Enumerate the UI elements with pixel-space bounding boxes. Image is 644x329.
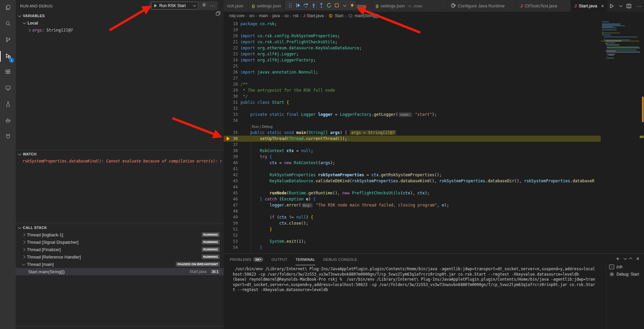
panel-tab-problems[interactable]: PROBLEMS1K+ <box>230 254 263 265</box>
line-number[interactable]: 23 <box>224 51 240 57</box>
tab-clitoolstest-java[interactable]: JCliToolsTest.java <box>517 0 571 12</box>
breadcrumb-item[interactable]: Start <box>335 13 343 18</box>
continue-icon[interactable] <box>294 1 302 9</box>
line-number[interactable]: 44 <box>224 184 240 190</box>
close-icon[interactable]: × <box>601 4 604 8</box>
close-panel-icon[interactable]: × <box>636 256 639 262</box>
code-lens[interactable]: Run | Debug <box>224 124 601 130</box>
overview-ruler[interactable] <box>639 19 644 253</box>
line-number[interactable]: 31 <box>224 99 240 105</box>
breadcrumb-item[interactable]: main <box>259 13 268 18</box>
minimap[interactable] <box>601 19 639 253</box>
more-actions-icon[interactable]: ··· <box>636 3 642 9</box>
line-number[interactable]: 27 <box>224 75 240 81</box>
line-number[interactable]: 52 <box>224 232 240 238</box>
step-into-icon[interactable] <box>310 1 317 9</box>
activity-bar-item[interactable] <box>0 64 16 81</box>
line-number[interactable]: 42 <box>224 172 240 178</box>
restart-icon[interactable] <box>325 1 333 9</box>
line-number[interactable]: 26 <box>224 69 240 75</box>
activity-bar-item[interactable] <box>0 81 16 97</box>
line-number[interactable]: 29 <box>224 87 240 93</box>
line-number[interactable]: 20 <box>224 33 240 39</box>
line-number[interactable]: 53 <box>224 238 240 244</box>
terminal-list-item[interactable]: >zsh <box>606 263 644 271</box>
line-number[interactable]: 24 <box>224 57 240 63</box>
line-number[interactable]: 34 <box>224 117 240 124</box>
breadcrumb-item[interactable]: rskj-core <box>229 13 245 18</box>
line-number[interactable]: 33 <box>224 111 240 117</box>
call-stack-section-header[interactable]: CALL STACK <box>16 224 224 231</box>
line-number[interactable]: 48 <box>224 208 240 214</box>
step-out-icon[interactable] <box>317 1 325 9</box>
panel-tab-debug-console[interactable]: DEBUG CONSOLE <box>323 254 357 265</box>
variables-section-header[interactable]: VARIABLES <box>16 12 224 19</box>
line-number[interactable]: 18 <box>224 21 240 27</box>
line-number[interactable]: 41 <box>224 166 240 172</box>
line-number[interactable]: 35 <box>224 130 240 136</box>
launch-config-dropdown[interactable]: Run RSK Start <box>151 2 198 9</box>
breadcrumb-item[interactable]: main(String[]) <box>355 13 379 18</box>
new-terminal-icon[interactable]: + <box>616 256 620 262</box>
line-number[interactable]: 38 <box>224 148 240 154</box>
tab-configure-java-runtime[interactable]: Configure Java Runtime <box>447 0 517 12</box>
step-over-icon[interactable] <box>302 1 310 9</box>
call-stack-thread[interactable]: Thread [Reference Handler]RUNNING <box>16 253 224 261</box>
chevron-down-icon[interactable] <box>340 1 348 9</box>
activity-bar-item[interactable]: 1 <box>0 48 16 64</box>
line-number[interactable]: 49 <box>224 214 240 220</box>
call-stack-frame[interactable]: Start.main(String[])Start.java36:1 <box>16 268 224 275</box>
line-number[interactable]: 45 <box>224 190 240 196</box>
run-icon[interactable] <box>609 3 614 9</box>
breakpoints-section-header[interactable]: BREAKPOINTS <box>16 326 224 329</box>
breadcrumb-item[interactable]: rsk <box>293 13 299 18</box>
call-stack-thread[interactable]: Thread [Finalizer]RUNNING <box>16 246 224 253</box>
activity-bar-item[interactable] <box>0 16 16 32</box>
activity-bar-item[interactable] <box>0 97 16 113</box>
breadcrumb-item[interactable]: java <box>272 13 280 18</box>
tab-start-java[interactable]: JStart.java× <box>571 0 607 12</box>
maximize-panel-icon[interactable] <box>630 257 632 260</box>
code-editor[interactable]: 18package co.rsk;1920import co.rsk.confi… <box>224 19 644 253</box>
line-number[interactable]: 32 <box>224 105 240 111</box>
chevron-down-icon[interactable] <box>619 5 622 7</box>
terminal-output[interactable]: /usr/bin/env /Library/Internet\ Plug-Ins… <box>233 267 602 293</box>
panel-tab-output[interactable]: OUTPUT <box>271 254 287 265</box>
activity-bar-item[interactable] <box>0 0 16 16</box>
stop-icon[interactable] <box>333 1 340 9</box>
tab-settings-json[interactable]: {}settings.json~/.../User <box>372 0 447 12</box>
line-number[interactable]: 46 <box>224 196 240 202</box>
activity-bar-item[interactable] <box>0 129 16 145</box>
hot-code-replace-icon[interactable] <box>348 1 356 9</box>
call-stack-thread[interactable]: Thread [logback-1]RUNNING <box>16 231 224 238</box>
line-number[interactable]: 19 <box>224 27 240 33</box>
line-number[interactable]: 50 <box>224 220 240 226</box>
variables-scope-local[interactable]: Local <box>16 19 38 27</box>
more-actions-icon[interactable]: ··· <box>210 3 216 8</box>
call-stack-thread[interactable]: Thread [Signal Dispatcher]RUNNING <box>16 238 224 246</box>
line-number[interactable]: 36 <box>224 136 240 142</box>
line-number[interactable]: 47 <box>224 202 240 208</box>
line-number[interactable]: 37 <box>224 142 240 148</box>
line-number[interactable]: 25 <box>224 63 240 69</box>
line-number[interactable]: 51 <box>224 226 240 232</box>
line-number[interactable]: 39 <box>224 154 240 160</box>
line-number[interactable]: 22 <box>224 45 240 51</box>
tab-nch-json[interactable]: nch.json <box>224 0 249 12</box>
line-number[interactable]: 28 <box>224 81 240 87</box>
watch-section-header[interactable]: WATCH <box>16 151 224 157</box>
line-number[interactable]: 21 <box>224 39 240 45</box>
chevron-down-icon[interactable] <box>624 257 626 260</box>
breadcrumb-item[interactable]: src <box>249 13 255 18</box>
call-stack-thread[interactable]: Thread [main]PAUSED ON BREAKPOINT <box>16 261 224 268</box>
line-number[interactable]: 30 <box>224 93 240 99</box>
variable-args[interactable]: args: String[2]@7 <box>16 27 73 34</box>
panel-tab-terminal[interactable]: TERMINAL <box>296 254 315 265</box>
breadcrumb-item[interactable]: Start.java <box>307 13 324 18</box>
line-number[interactable]: 43 <box>224 178 240 184</box>
activity-bar-item[interactable] <box>0 32 16 48</box>
activity-bar-item[interactable] <box>0 113 16 129</box>
gear-icon[interactable] <box>202 2 207 9</box>
line-number[interactable]: 40 <box>224 160 240 166</box>
line-number[interactable]: 54 <box>224 244 240 250</box>
